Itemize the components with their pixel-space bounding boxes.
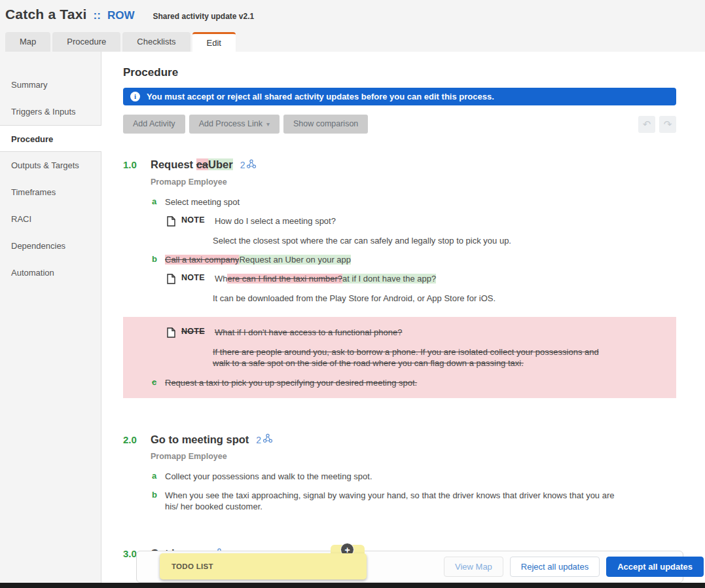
- activity: 1.0Request caUber2Promapp EmployeeaSelec…: [123, 158, 676, 398]
- note-document-icon: [167, 327, 175, 338]
- shared-activity-cloud-icon: [246, 159, 257, 169]
- sidebar-item-summary[interactable]: Summary: [0, 71, 101, 98]
- todo-note-label: TODO LIST: [160, 553, 367, 570]
- note-header: NOTEWhat if I don't have access to a fun…: [167, 327, 660, 340]
- todo-note[interactable]: TODO LIST: [160, 553, 367, 579]
- activity-header[interactable]: 1.0Request caUber2: [123, 158, 676, 172]
- sidebar-item-outputs-targets[interactable]: Outputs & Targets: [0, 152, 101, 179]
- step-text: When you see the taxi approaching, signa…: [165, 490, 617, 512]
- step-letter: b: [152, 490, 165, 512]
- redo-icon[interactable]: ↷: [659, 116, 676, 133]
- step-letter: a: [152, 196, 165, 208]
- text-segment: It can be downloaded from the Play Store…: [213, 293, 496, 303]
- activity-role: Promapp Employee: [151, 452, 676, 461]
- process-title: Catch a Taxi: [5, 7, 87, 22]
- reject-all-updates-button[interactable]: Reject all updates: [510, 557, 600, 577]
- update-count: 2: [240, 160, 245, 170]
- sidebar-item-dependencies[interactable]: Dependencies: [0, 232, 101, 259]
- tab-procedure[interactable]: Procedure: [52, 32, 120, 52]
- activity-list: 1.0Request caUber2Promapp EmployeeaSelec…: [123, 158, 676, 576]
- tab-checklists[interactable]: Checklists: [122, 32, 190, 52]
- title-separator: ::: [94, 9, 101, 22]
- tab-bar: MapProcedureChecklistsEdit: [0, 29, 705, 52]
- activity-number: 2.0: [123, 434, 151, 445]
- note-document-icon: [167, 327, 175, 340]
- procedure-step[interactable]: bWhen you see the taxi approaching, sign…: [152, 490, 676, 512]
- text-segment: Wh: [215, 274, 228, 284]
- add-activity-button[interactable]: Add Activity: [123, 115, 185, 134]
- locked-edit-banner: i You must accept or reject all shared a…: [123, 88, 676, 105]
- text-segment: Request a taxi to pick you up specifying…: [165, 378, 417, 388]
- note-body: It can be downloaded from the Play Store…: [213, 293, 617, 304]
- note-title: How do I select a meeting spot?: [215, 215, 336, 227]
- view-map-button[interactable]: View Map: [444, 557, 503, 577]
- step-letter: a: [152, 471, 165, 482]
- note-document-icon: [167, 274, 175, 287]
- note-document-icon: [167, 274, 175, 284]
- deleted-content-block: NOTEWhat if I don't have access to a fun…: [123, 317, 676, 398]
- show-comparison-button[interactable]: Show comparison: [283, 115, 368, 134]
- undo-icon[interactable]: ↶: [638, 116, 655, 133]
- step-text: Request a taxi to pick you up specifying…: [165, 377, 417, 388]
- text-segment: If there are people around you, ask to b…: [213, 347, 599, 369]
- shared-activity-cloud-icon: [246, 159, 257, 172]
- note-document-icon: [167, 216, 175, 227]
- text-segment: Uber: [208, 158, 233, 170]
- step-text: Collect your possessions and walk to the…: [165, 471, 372, 482]
- shared-activity-cloud-icon: [262, 433, 273, 443]
- text-segment: Go to meeting spot: [151, 433, 249, 445]
- tab-map[interactable]: Map: [5, 32, 50, 52]
- procedure-step[interactable]: bCall a taxi companyRequest an Uber on y…: [152, 254, 676, 265]
- text-segment: What if I don't have access to a functio…: [215, 327, 403, 337]
- sidebar-item-timeframes[interactable]: Timeframes: [0, 179, 101, 206]
- text-segment: When you see the taxi approaching, signa…: [165, 490, 615, 511]
- undo-redo-group: ↶ ↷: [638, 116, 676, 133]
- note-header: NOTEWhere can I find the taxi number?at …: [167, 273, 676, 287]
- shared-update-badge[interactable]: 2: [240, 159, 257, 172]
- main-panel: Procedure i You must accept or reject al…: [101, 52, 705, 583]
- text-segment: Select the closest spot where the car ca…: [213, 236, 511, 246]
- sidebar-item-automation[interactable]: Automation: [0, 259, 101, 286]
- banner-text: You must accept or reject all shared act…: [147, 92, 494, 101]
- procedure-step[interactable]: aSelect meeting spot: [152, 196, 676, 208]
- activity-header[interactable]: 2.0Go to meeting spot2: [123, 433, 676, 447]
- shared-update-version-label: Shared activity update v2.1: [153, 12, 254, 21]
- sidebar: SummaryTriggers & InputsProcedureOutputs…: [0, 52, 101, 583]
- content-row: SummaryTriggers & InputsProcedureOutputs…: [0, 52, 705, 583]
- activity-items: aCollect your possessions and walk to th…: [123, 471, 676, 512]
- step-letter: c: [152, 377, 165, 388]
- note-title: Where can I find the taxi number?at if I…: [215, 273, 436, 284]
- accept-all-updates-button[interactable]: Accept all updates: [606, 557, 704, 577]
- window-bottom-edge: [0, 583, 705, 588]
- process-group-link[interactable]: ROW: [107, 9, 135, 22]
- procedure-note[interactable]: NOTEWhere can I find the taxi number?at …: [167, 273, 676, 304]
- procedure-step[interactable]: aCollect your possessions and walk to th…: [152, 471, 676, 482]
- activity-role: Promapp Employee: [151, 177, 676, 187]
- toolbar: Add Activity Add Process Link▾ Show comp…: [123, 115, 676, 134]
- tab-edit[interactable]: Edit: [192, 32, 236, 52]
- procedure-note[interactable]: NOTEWhat if I don't have access to a fun…: [167, 327, 660, 369]
- note-document-icon: [167, 216, 175, 229]
- text-segment: Select meeting spot: [165, 197, 240, 207]
- add-process-link-label: Add Process Link: [199, 119, 262, 128]
- info-circle-icon: i: [130, 92, 140, 101]
- chevron-down-icon: ▾: [266, 120, 270, 128]
- note-label: NOTE: [181, 273, 205, 282]
- text-segment: Request: [151, 158, 196, 170]
- activity: 2.0Go to meeting spot2Promapp EmployeeaC…: [123, 433, 676, 513]
- step-text: Call a taxi companyRequest an Uber on yo…: [165, 254, 351, 265]
- update-count: 2: [256, 435, 261, 445]
- procedure-note[interactable]: NOTEHow do I select a meeting spot?Selec…: [167, 215, 676, 246]
- activity-items: aSelect meeting spotNOTEHow do I select …: [123, 196, 676, 398]
- add-process-link-button[interactable]: Add Process Link▾: [189, 115, 280, 134]
- sidebar-item-triggers-inputs[interactable]: Triggers & Inputs: [0, 98, 101, 125]
- note-title: What if I don't have access to a functio…: [215, 327, 403, 338]
- note-label: NOTE: [181, 215, 205, 225]
- text-segment: How do I select a meeting spot?: [215, 216, 336, 226]
- shared-update-badge[interactable]: 2: [256, 433, 273, 446]
- sidebar-item-raci[interactable]: RACI: [0, 206, 101, 232]
- step-text: Select meeting spot: [165, 196, 240, 208]
- sidebar-item-procedure[interactable]: Procedure: [0, 125, 101, 152]
- note-header: NOTEHow do I select a meeting spot?: [167, 215, 676, 229]
- procedure-step[interactable]: cRequest a taxi to pick you up specifyin…: [152, 377, 660, 388]
